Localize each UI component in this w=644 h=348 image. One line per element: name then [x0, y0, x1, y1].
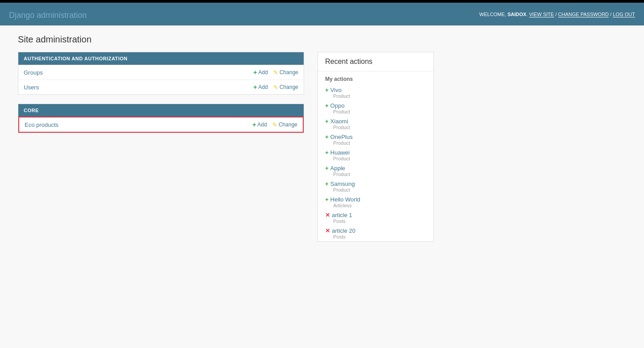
recent-action-item: +Hello WorldArticless: [318, 194, 433, 210]
recent-actions-title: Recent actions: [318, 52, 433, 71]
action-item-link[interactable]: Xiaomi: [330, 118, 348, 125]
action-item-top: +Xiaomi: [325, 118, 426, 125]
action-item-link[interactable]: article 20: [332, 227, 356, 234]
add-badge: +: [325, 150, 329, 155]
module-row-actions: + Add✎ Change: [253, 69, 298, 76]
recent-actions-list: +VivoProduct+OppoProduct+XiaomiProduct+O…: [318, 85, 433, 241]
site-title[interactable]: Django administration: [9, 7, 87, 21]
recent-action-item: +OppoProduct: [318, 101, 433, 116]
module-row-link[interactable]: Eco products: [25, 122, 59, 128]
change-icon: ✎: [273, 84, 278, 91]
action-item-top: +OnePlus: [325, 134, 426, 140]
module-auth: AUTHENTICATION AND AUTHORIZATIONGroups+ …: [18, 52, 304, 95]
action-item-type: Product: [333, 109, 426, 114]
header: Django administration WELCOME, SAIDOX. V…: [0, 3, 644, 25]
recent-action-item: ✕article 20Posts: [318, 226, 433, 241]
action-item-top: +Oppo: [325, 102, 426, 109]
change-link[interactable]: ✎ Change: [272, 122, 297, 128]
module-row-name: Groups: [24, 69, 253, 76]
action-item-type: Product: [333, 156, 426, 161]
module-core: COREEco products+ Add✎ Change: [18, 104, 304, 133]
recent-actions-subtitle: My actions: [318, 71, 433, 85]
module-row: Groups+ Add✎ Change: [18, 65, 304, 80]
action-item-top: +Hello World: [325, 196, 426, 203]
action-item-top: +Samsung: [325, 180, 426, 187]
site-title-link[interactable]: Django administration: [9, 11, 87, 20]
module-row-actions: + Add✎ Change: [252, 121, 297, 128]
recent-action-item: +VivoProduct: [318, 85, 433, 101]
recent-action-item: ✕article 1Posts: [318, 210, 433, 226]
change-password-link[interactable]: CHANGE PASSWORD: [558, 12, 609, 17]
module-row: Eco products+ Add✎ Change: [18, 117, 304, 133]
action-item-link[interactable]: Hello World: [330, 196, 360, 203]
action-item-type: Product: [333, 172, 426, 177]
recent-action-item: +XiaomiProduct: [318, 116, 433, 132]
action-item-type: Posts: [333, 234, 426, 239]
user-tools: WELCOME, SAIDOX. VIEW SITE / CHANGE PASS…: [479, 12, 635, 17]
add-badge: +: [325, 197, 329, 202]
add-icon: +: [252, 121, 256, 128]
log-out-link[interactable]: LOG OUT: [613, 12, 635, 17]
action-item-type: Articless: [333, 203, 426, 208]
action-item-link[interactable]: Oppo: [330, 102, 345, 109]
username: SAIDOX: [508, 12, 526, 17]
module-row: Users+ Add✎ Change: [18, 80, 304, 94]
module-header-auth: AUTHENTICATION AND AUTHORIZATION: [18, 52, 304, 65]
add-link[interactable]: + Add: [253, 69, 268, 76]
change-icon: ✎: [272, 122, 277, 128]
recent-actions-box: Recent actions My actions +VivoProduct+O…: [318, 52, 434, 242]
delete-badge: ✕: [325, 228, 330, 234]
add-icon: +: [253, 84, 257, 91]
change-link[interactable]: ✎ Change: [273, 69, 298, 76]
recent-action-item: +OnePlusProduct: [318, 132, 433, 147]
view-site-link[interactable]: VIEW SITE: [529, 12, 554, 17]
add-link[interactable]: + Add: [253, 84, 268, 91]
change-icon: ✎: [273, 69, 278, 76]
module-row-link[interactable]: Users: [24, 84, 39, 91]
action-item-top: ✕article 20: [325, 227, 426, 234]
left-panel: AUTHENTICATION AND AUTHORIZATIONGroups+ …: [18, 52, 304, 142]
action-item-type: Product: [333, 140, 426, 146]
action-item-top: +Huawei: [325, 149, 426, 156]
add-badge: +: [325, 181, 329, 187]
recent-action-item: +AppleProduct: [318, 163, 433, 179]
action-item-type: Posts: [333, 218, 426, 224]
content-wrapper: Site administration AUTHENTICATION AND A…: [0, 25, 626, 251]
add-link[interactable]: + Add: [252, 121, 267, 128]
module-row-name: Users: [24, 84, 253, 91]
change-link[interactable]: ✎ Change: [273, 84, 298, 91]
delete-badge: ✕: [325, 212, 330, 218]
add-badge: +: [325, 118, 329, 124]
action-item-top: +Vivo: [325, 87, 426, 93]
action-item-link[interactable]: article 1: [332, 212, 352, 218]
module-row-name: Eco products: [25, 122, 252, 128]
module-header-core: CORE: [18, 104, 304, 117]
page-title: Site administration: [18, 34, 608, 45]
action-item-top: +Apple: [325, 165, 426, 172]
welcome-text: WELCOME,: [479, 12, 506, 17]
recent-action-item: +SamsungProduct: [318, 179, 433, 194]
add-badge: +: [325, 87, 329, 93]
recent-action-item: +HuaweiProduct: [318, 147, 433, 163]
action-item-link[interactable]: Apple: [330, 165, 345, 172]
action-item-link[interactable]: Vivo: [330, 87, 342, 93]
action-item-type: Product: [333, 187, 426, 193]
module-row-actions: + Add✎ Change: [253, 84, 298, 91]
right-panel: Recent actions My actions +VivoProduct+O…: [318, 52, 434, 242]
main-layout: AUTHENTICATION AND AUTHORIZATIONGroups+ …: [18, 52, 608, 242]
action-item-top: ✕article 1: [325, 212, 426, 218]
action-item-type: Product: [333, 125, 426, 130]
action-item-link[interactable]: Huawei: [330, 149, 350, 156]
add-badge: +: [325, 134, 329, 140]
add-badge: +: [325, 103, 329, 109]
module-row-link[interactable]: Groups: [24, 69, 43, 76]
add-icon: +: [253, 69, 257, 76]
action-item-link[interactable]: Samsung: [330, 180, 355, 187]
add-badge: +: [325, 165, 329, 171]
action-item-type: Product: [333, 93, 426, 99]
action-item-link[interactable]: OnePlus: [330, 134, 353, 140]
